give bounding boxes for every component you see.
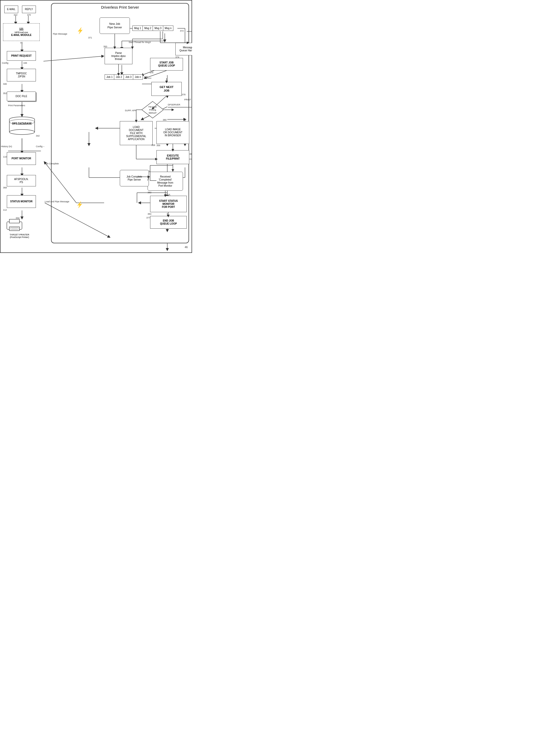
target-printer-container: TARGET PRINTER (PostScript Printer): [4, 218, 34, 239]
start-status-monitor-box: START STATUS MONITOR FOR PORT: [150, 196, 187, 212]
pipe-message-label: Pipe Message: [53, 32, 67, 35]
ref-112: 112: [3, 209, 7, 211]
svg-rect-59: [9, 219, 19, 223]
ref-368b: 368: [189, 153, 192, 155]
svg-text:File Type: File Type: [149, 106, 157, 108]
job1-box: Job 1: [105, 75, 114, 79]
lightning-bolt-1: ⚡: [76, 27, 84, 35]
ref-382: 382: [148, 191, 151, 194]
status-monitor-box: STATUS MONITOR: [7, 195, 36, 208]
received-completed-box: Received 'Completed' Message from Port M…: [148, 172, 183, 191]
msg1-box: Msg 1: [133, 26, 143, 30]
page: Print Parameters History (in) Config→: [0, 0, 192, 253]
supp-app-label: SUPP. APP: [125, 109, 137, 112]
svg-line-77: [145, 71, 167, 78]
dpserver-label: DPSERVER: [168, 104, 180, 106]
ref-384: 384: [148, 213, 151, 215]
ref-372: 372: [180, 29, 184, 32]
job-complete-pipe-box: Job Complete Pipe Server: [120, 170, 149, 186]
afspooln-box: AFSPOOLN. PS: [7, 175, 36, 186]
load-doc-box: LOAD DOCUMENT FILE WITH SUPPLEMENTAL APP…: [120, 121, 153, 145]
mpemail-label: MPEmail.exe: [15, 31, 28, 34]
ref-380: 380: [163, 119, 167, 121]
email-module-title: E-MAIL MODULE: [11, 33, 31, 37]
svg-text:Method?: Method?: [149, 112, 157, 114]
parse-thread-box: Parse tmpdoc.dpsx thread: [105, 48, 133, 64]
msg-queue-boxes: Msg 1 Msg 2 Msg 3 Msg n: [133, 25, 173, 31]
main-panel: Driverless Print Server Pipe Message ⚡ 3…: [51, 3, 189, 243]
ref-371-main: 371: [88, 37, 92, 39]
main-panel-title: Driverless Print Server: [52, 4, 188, 10]
doc-file-box: DOC FILE: [7, 91, 36, 101]
ref-350: 350: [103, 45, 107, 48]
svg-point-56: [9, 130, 34, 135]
svg-text:History (in): History (in): [1, 145, 12, 148]
ref-370: 370: [27, 14, 31, 16]
ref-356: 356: [156, 144, 160, 147]
reply-box: REPLY: [22, 6, 36, 13]
config-label: Config: [2, 62, 8, 64]
ref-378: 378: [182, 93, 185, 96]
end-job-queue-box: END JOB QUEUE LOOP: [150, 216, 187, 228]
svg-text:Config→: Config→: [36, 145, 45, 148]
dps-database-container: DPS DATABASE: [8, 116, 36, 136]
ref-377: 377: [146, 216, 150, 219]
start-job-queue-box: START JOB QUEUE LOOP: [150, 58, 183, 71]
ref-166: 166: [23, 62, 27, 64]
ref-46-bottom: 46: [185, 246, 188, 249]
ref-334: 334: [16, 217, 19, 219]
ref-368: 368: [3, 186, 7, 189]
msgn-box: Msg n: [163, 26, 173, 30]
print-file-label: PRINT FILE: [184, 98, 192, 101]
dps-db-label: DPS DATABASE: [8, 122, 36, 125]
ref-110: 110: [3, 155, 7, 158]
msg2-box: Msg 2: [143, 26, 153, 30]
svg-text:Printing: Printing: [149, 109, 156, 111]
svg-rect-61: [11, 227, 18, 229]
get-next-job-box: GET NEXT JOB: [151, 82, 182, 96]
email-box: E-MAIL: [4, 6, 18, 13]
ref-346: 346: [3, 83, 7, 85]
load-image-box: LOAD IMAGE OR DOCUMENT IN BROWSER: [156, 121, 189, 144]
ref-46: 46: [20, 42, 23, 44]
print-request-box: PRINT REQUEST: [7, 51, 36, 61]
execute-print-box: EXECUTE FILE/PRINT: [156, 150, 189, 164]
ref-358: 358: [151, 144, 155, 146]
ref-376: 376: [150, 71, 153, 74]
start-thread-label: Start Thread for MsgX: [129, 41, 151, 44]
tmpdoc-box: TMPDOC .DPSN: [7, 69, 36, 81]
job2-box: Job 2: [114, 75, 124, 79]
new-job-pipe-server-box: New Job Pipe Server: [99, 17, 130, 34]
file-type-diamond: File Type Printing Method?: [141, 101, 164, 119]
msg-queue-handler-box: Message Queue Handler: [175, 43, 192, 55]
target-printer-label: TARGET PRINTER (PostScript Printer): [4, 233, 34, 239]
email-module-box: 121 MPEmail.exe E-MAIL MODULE: [3, 23, 40, 41]
jobn-box: Job n: [133, 75, 142, 79]
port-monitor-box: PORT MONITOR: [7, 152, 36, 165]
ref-357: 357: [192, 145, 192, 147]
job3-box: Job 3: [124, 75, 133, 79]
ref-121-label: 121: [19, 27, 23, 30]
ref-348: 348: [144, 76, 148, 78]
job-queue-boxes: Job 1 Job 2 Job 3 Job n: [105, 74, 143, 80]
ref-352: 352: [3, 92, 7, 94]
ref-322: 322: [14, 14, 17, 16]
msg3-box: Msg 3: [153, 26, 163, 30]
svg-text:Print Parameters: Print Parameters: [8, 104, 25, 107]
ref-342: 342: [36, 135, 40, 137]
